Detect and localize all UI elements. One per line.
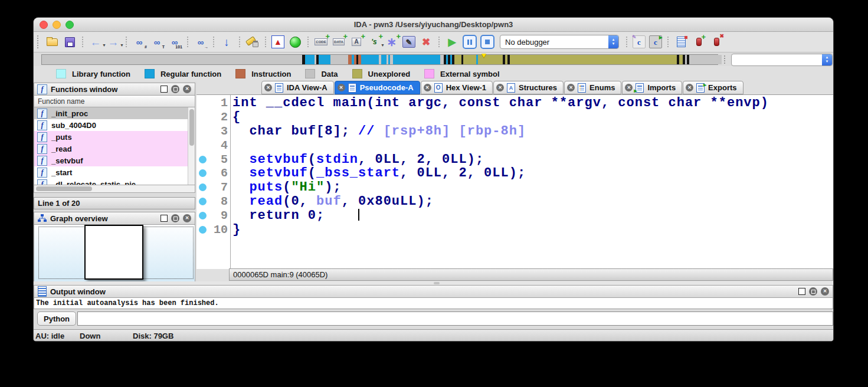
function-row[interactable]: f_setvbuf xyxy=(34,155,195,166)
problems-icon[interactable]: ▲ xyxy=(271,35,284,48)
tab-exports[interactable]: ✕Exports xyxy=(683,81,743,94)
make-name-icon[interactable]: +A xyxy=(349,35,363,49)
tab-enums[interactable]: ✕Enums xyxy=(564,81,621,94)
code-line-1[interactable]: 1int __cdecl main(int argc, const char *… xyxy=(196,96,833,110)
select-stepper-icon[interactable]: ▲▼ xyxy=(608,35,618,48)
search-next-icon[interactable]: ∞→ xyxy=(194,35,208,49)
compile-script-icon[interactable]: c xyxy=(633,35,646,48)
dock-panel-icon[interactable] xyxy=(171,85,179,93)
output-log[interactable]: The initial autoanalysis has been finish… xyxy=(34,298,833,309)
make-array-icon[interactable]: ∗+ xyxy=(385,35,399,49)
tab-ida-view-a[interactable]: ✕IDA View-A xyxy=(261,81,334,94)
address-dot-icon[interactable] xyxy=(199,156,207,163)
tab-close-icon[interactable]: ✕ xyxy=(424,84,431,91)
cli-input[interactable] xyxy=(77,311,833,326)
jump-address-icon[interactable]: ↓ xyxy=(220,35,234,49)
dock-panel-icon[interactable] xyxy=(171,214,179,222)
open-file-icon[interactable] xyxy=(45,35,59,49)
address-dot-icon[interactable] xyxy=(199,183,207,191)
function-row[interactable]: f_init_proc xyxy=(34,107,195,119)
close-panel-icon[interactable] xyxy=(183,85,191,93)
code-line-10[interactable]: 10} xyxy=(196,222,833,237)
function-row[interactable]: f_puts xyxy=(34,131,195,143)
code-line-3[interactable]: 3 char buf[8]; // [rsp+8h] [rbp-8h] xyxy=(196,124,833,139)
hscroll-thumb[interactable] xyxy=(36,186,92,191)
code-line-7[interactable]: 7 puts("Hi"); xyxy=(196,181,833,195)
tab-close-icon[interactable]: ✕ xyxy=(338,84,345,91)
undefine-icon[interactable]: ✖ xyxy=(419,35,433,49)
tab-pseudocode-a[interactable]: ✕Pseudocode-A xyxy=(335,81,420,94)
nav-back-icon[interactable]: ←▼ xyxy=(89,35,103,49)
function-row[interactable]: fsub_4004D0 xyxy=(34,119,195,131)
nav-band-segment[interactable] xyxy=(689,55,722,64)
code-line-9[interactable]: 9 return 0; xyxy=(196,208,833,222)
address-dot-icon[interactable] xyxy=(199,198,207,205)
code-line-2[interactable]: 2{ xyxy=(196,110,833,124)
make-data-icon[interactable]: +DATA xyxy=(332,35,346,49)
tab-close-icon[interactable]: ✕ xyxy=(496,84,504,91)
tab-hex-view-1[interactable]: ✕Hex View-1 xyxy=(421,81,493,94)
function-list-hscrollbar[interactable] xyxy=(34,185,195,193)
script-snippets-icon[interactable] xyxy=(674,35,688,49)
maximize-panel-icon[interactable] xyxy=(161,215,168,222)
close-panel-icon[interactable] xyxy=(821,287,829,296)
maximize-panel-icon[interactable] xyxy=(161,86,168,93)
edit-function-icon[interactable]: ✎ xyxy=(402,36,415,48)
nav-band-segment[interactable] xyxy=(381,55,386,64)
search-binary-icon[interactable]: ∞101 xyxy=(168,35,182,49)
toolbar-gripper[interactable] xyxy=(37,35,40,48)
make-string-icon[interactable]: +'s▼ xyxy=(367,35,381,49)
code-line-6[interactable]: 6 setvbuf(_bss_start, 0LL, 2, 0LL); xyxy=(196,166,833,181)
nav-band-segment[interactable] xyxy=(319,55,330,64)
breakpoint-add-icon[interactable] xyxy=(692,35,706,49)
vscroll-thumb[interactable] xyxy=(189,109,194,146)
navigation-sphere-icon[interactable] xyxy=(288,35,302,49)
tab-close-icon[interactable]: ✕ xyxy=(686,84,693,91)
nav-band-segment[interactable] xyxy=(42,55,302,64)
function-row[interactable]: f_start xyxy=(34,166,195,178)
python-cli-button[interactable]: Python xyxy=(37,311,76,326)
debug-start-icon[interactable]: ▶ xyxy=(445,35,459,49)
nav-band-segment[interactable] xyxy=(510,55,677,64)
tab-close-icon[interactable]: ✕ xyxy=(625,84,633,91)
address-dot-icon[interactable] xyxy=(199,169,207,177)
nav-band-segment[interactable] xyxy=(454,55,461,64)
graph-overview-canvas[interactable] xyxy=(34,225,195,286)
address-dot-icon[interactable] xyxy=(199,212,207,219)
function-name-column-header[interactable]: Function name xyxy=(34,96,195,107)
dock-panel-icon[interactable] xyxy=(809,287,817,296)
tab-close-icon[interactable]: ✕ xyxy=(567,84,575,91)
nav-band-segment[interactable] xyxy=(305,55,315,64)
colorize-icon[interactable] xyxy=(245,35,260,49)
tab-imports[interactable]: ✕Imports xyxy=(622,81,682,94)
search-immediate-icon[interactable]: ∞# xyxy=(132,35,146,49)
debug-stop-icon[interactable] xyxy=(480,35,494,49)
nav-band-segment[interactable] xyxy=(361,55,379,64)
close-panel-icon[interactable] xyxy=(183,214,191,222)
address-dot-icon[interactable] xyxy=(199,226,207,234)
make-code-icon[interactable]: +CODE xyxy=(314,35,328,49)
navigation-band[interactable] xyxy=(41,54,718,65)
tab-close-icon[interactable]: ✕ xyxy=(264,84,272,91)
pseudocode-view[interactable]: 1int __cdecl main(int argc, const char *… xyxy=(196,94,833,269)
debugger-select[interactable]: No debugger▲▼ xyxy=(500,35,619,49)
tab-structures[interactable]: ✕Structures xyxy=(493,81,564,94)
function-row[interactable]: f_dl_relocate_static_pie xyxy=(34,178,195,185)
breakpoint-delete-icon[interactable] xyxy=(709,35,723,49)
nav-band-segment[interactable] xyxy=(393,55,440,64)
navband-combobox[interactable]: ▲▼ xyxy=(731,54,833,66)
function-row[interactable]: f_read xyxy=(34,143,195,155)
function-list-vscrollbar[interactable] xyxy=(188,107,195,185)
run-script-icon[interactable]: c xyxy=(649,35,662,48)
code-line-8[interactable]: 8 read(0, buf, 0x80uLL); xyxy=(196,195,833,209)
save-icon[interactable] xyxy=(63,35,77,49)
nav-forward-icon[interactable]: →▼ xyxy=(106,35,120,49)
nav-band-segment[interactable] xyxy=(463,55,476,64)
search-text-icon[interactable]: ∞T xyxy=(150,35,164,49)
combobox-stepper-icon[interactable]: ▲▼ xyxy=(822,54,832,65)
debug-pause-icon[interactable] xyxy=(463,35,477,49)
graph-viewport-box[interactable] xyxy=(84,225,143,280)
code-line-4[interactable]: 4 xyxy=(196,138,833,152)
code-line-5[interactable]: 5 setvbuf(stdin, 0LL, 2, 0LL); xyxy=(196,152,833,166)
maximize-panel-icon[interactable] xyxy=(798,288,805,295)
